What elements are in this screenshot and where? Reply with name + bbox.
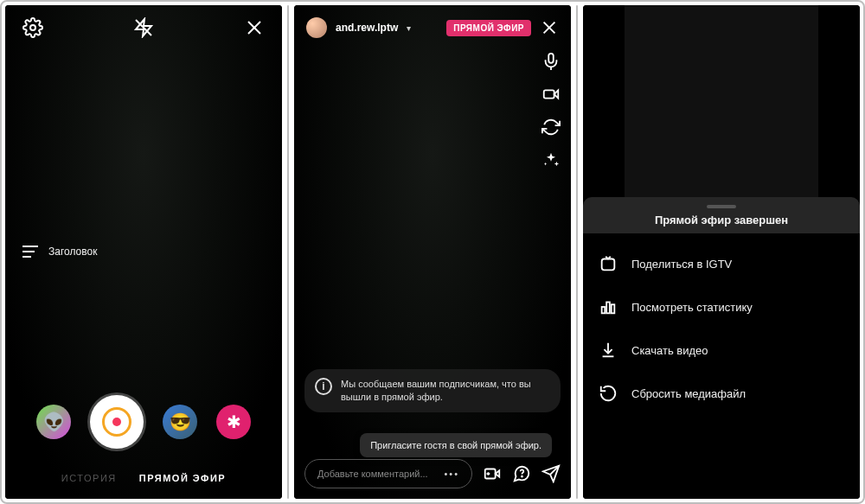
comment-placeholder: Добавьте комментарий...: [317, 469, 428, 479]
svg-rect-20: [606, 303, 610, 314]
share-igtv-item[interactable]: Поделиться в IGTV: [599, 242, 844, 285]
live-notice-text: Мы сообщаем вашим подписчикам, что вы вы…: [341, 378, 550, 404]
filter-carousel[interactable]: 👽 😎 ✱: [5, 395, 282, 449]
more-icon[interactable]: •••: [444, 469, 459, 479]
discard-icon: [599, 384, 618, 403]
sheet-title: Прямой эфир завершен: [655, 214, 788, 226]
share-icon[interactable]: [541, 464, 561, 483]
svg-rect-9: [544, 90, 554, 98]
svg-point-0: [30, 25, 35, 30]
three-screens-frame: Заголовок 👽 😎 ✱ ИСТОРИЯ ПРЯМОЙ ЭФИР and.…: [0, 0, 865, 504]
title-label: Заголовок: [48, 246, 97, 258]
close-icon[interactable]: [540, 18, 559, 37]
screen-live-setup: Заголовок 👽 😎 ✱ ИСТОРИЯ ПРЯМОЙ ЭФИР: [5, 5, 282, 499]
frame-divider: [576, 5, 578, 499]
live-notice: i Мы сообщаем вашим подписчикам, что вы …: [304, 369, 561, 412]
live-shutter-button[interactable]: [90, 395, 144, 449]
live-shutter-icon: [102, 407, 131, 437]
screen-live-ended: Прямой эфир завершен Поделиться в IGTV П…: [583, 5, 860, 499]
sheet-grabber[interactable]: [707, 205, 736, 208]
ended-preview: [625, 5, 818, 197]
frame-divider: [287, 5, 289, 499]
title-row[interactable]: Заголовок: [22, 246, 97, 258]
svg-rect-19: [602, 307, 606, 313]
username-label[interactable]: and.rew.lptw: [336, 22, 398, 34]
chevron-down-icon[interactable]: ▾: [407, 23, 411, 33]
add-guest-icon[interactable]: [483, 464, 502, 483]
camera-toggle-icon[interactable]: [541, 85, 561, 104]
filter-sunglasses[interactable]: 😎: [163, 405, 197, 439]
screen-live-broadcast: and.rew.lptw ▾ ПРЯМОЙ ЭФИР i Мы сообщаем…: [294, 5, 571, 499]
title-lines-icon: [22, 246, 38, 258]
svg-point-15: [522, 476, 522, 477]
view-stats-item[interactable]: Посмотреть статистику: [599, 285, 844, 329]
info-icon: i: [315, 378, 332, 395]
mode-story[interactable]: ИСТОРИЯ: [61, 473, 117, 483]
invite-guest-tooltip: Пригласите гостя в свой прямой эфир.: [360, 433, 552, 457]
microphone-icon[interactable]: [541, 52, 561, 71]
ended-sheet: Прямой эфир завершен Поделиться в IGTV П…: [583, 197, 860, 499]
comment-input[interactable]: Добавьте комментарий... •••: [304, 459, 472, 488]
igtv-icon: [599, 254, 618, 273]
avatar[interactable]: [306, 17, 327, 38]
camera-preview: [294, 5, 571, 499]
svg-rect-7: [548, 54, 554, 63]
sheet-item-label: Посмотреть статистику: [631, 301, 753, 314]
sheet-header[interactable]: Прямой эфир завершен: [583, 197, 860, 233]
filter-alien[interactable]: 👽: [36, 405, 71, 439]
mode-live[interactable]: ПРЯМОЙ ЭФИР: [139, 473, 226, 483]
switch-camera-icon[interactable]: [541, 118, 561, 137]
sheet-item-label: Сбросить медиафайл: [631, 387, 746, 400]
svg-rect-11: [485, 469, 496, 479]
stats-icon: [599, 297, 618, 316]
effects-icon[interactable]: [541, 150, 561, 169]
live-badge: ПРЯМОЙ ЭФИР: [446, 20, 531, 36]
download-icon: [599, 341, 618, 360]
settings-icon[interactable]: [22, 17, 43, 38]
download-video-item[interactable]: Скачать видео: [599, 329, 844, 372]
svg-rect-21: [612, 304, 615, 313]
mode-selector[interactable]: ИСТОРИЯ ПРЯМОЙ ЭФИР: [5, 473, 282, 483]
close-icon[interactable]: [244, 17, 265, 38]
question-icon[interactable]: [512, 464, 531, 483]
sheet-item-label: Поделиться в IGTV: [631, 258, 732, 271]
flash-off-icon[interactable]: [133, 17, 154, 38]
svg-rect-18: [602, 259, 615, 271]
discard-media-item[interactable]: Сбросить медиафайл: [599, 372, 844, 415]
filter-sparkle[interactable]: ✱: [216, 405, 251, 439]
sheet-item-label: Скачать видео: [631, 344, 708, 357]
